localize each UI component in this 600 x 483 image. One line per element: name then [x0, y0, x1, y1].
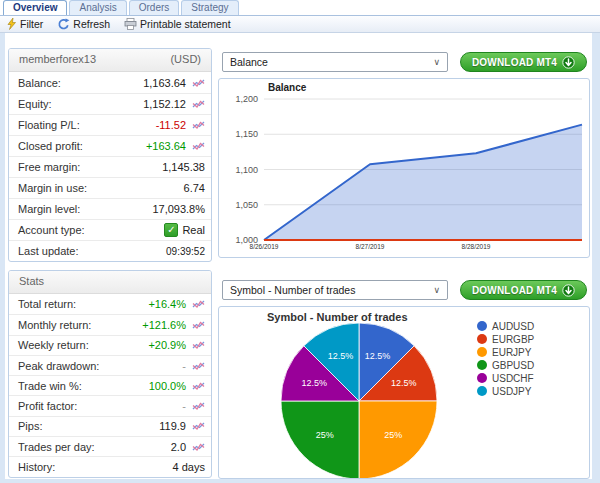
open-chart-button[interactable]: [190, 421, 205, 431]
download-arrow-icon: [562, 56, 575, 69]
open-chart-button[interactable]: [190, 361, 205, 371]
stats-row: Trade win %:100.0%: [9, 375, 211, 395]
account-row: Last update:09:39:52: [9, 240, 211, 261]
svg-text:1,050: 1,050: [235, 200, 258, 210]
symbol-pie-chart: 12.5%12.5%25%25%12.5%12.5%: [219, 307, 469, 479]
chart-type-select[interactable]: Balance ∨: [222, 52, 448, 72]
open-chart-button[interactable]: [190, 442, 205, 452]
mini-chart-icon[interactable]: [192, 442, 205, 452]
mini-chart-icon[interactable]: [192, 141, 205, 151]
row-label: Profit factor:: [18, 400, 182, 412]
row-value: Real: [182, 224, 205, 236]
svg-text:12.5%: 12.5%: [328, 351, 354, 361]
mini-chart-icon[interactable]: [192, 401, 205, 411]
open-chart-button[interactable]: [190, 340, 205, 350]
mini-chart-icon[interactable]: [192, 320, 205, 330]
row-label: Monthly return:: [18, 319, 142, 331]
legend-color-dot-icon: [477, 347, 487, 357]
row-value: 6.74: [184, 182, 205, 194]
open-chart-button[interactable]: [190, 141, 205, 151]
toolbar: Filter Refresh Printable statement: [0, 15, 600, 33]
mini-chart-icon[interactable]: [192, 340, 205, 350]
account-summary-panel: memberforex13 (USD) Balance:1,163.64Equi…: [8, 48, 212, 262]
legend-color-dot-icon: [477, 373, 487, 383]
filter-button[interactable]: Filter: [6, 18, 43, 30]
open-chart-button[interactable]: [190, 381, 205, 391]
tab-bar: Overview Analysis Orders Strategy: [0, 0, 600, 15]
tab-analysis[interactable]: Analysis: [69, 0, 126, 15]
svg-text:1,200: 1,200: [235, 94, 258, 104]
row-label: Floating P/L:: [18, 119, 156, 131]
row-label: Pips:: [18, 420, 159, 432]
legend-label: EURJPY: [492, 347, 531, 358]
stats-panel-header: Stats: [9, 271, 211, 294]
open-chart-button[interactable]: [190, 78, 205, 88]
mini-chart-icon[interactable]: [192, 99, 205, 109]
download-mt4-button-top[interactable]: DOWNLOAD MT4: [460, 52, 587, 72]
symbol-pie-panel: Symbol - Number of trades 12.5%12.5%25%2…: [218, 306, 590, 479]
chevron-down-icon: ∨: [433, 285, 440, 295]
legend-label: AUDUSD: [492, 321, 534, 332]
svg-text:25%: 25%: [384, 430, 402, 440]
row-label: Total return:: [18, 298, 148, 310]
row-value: +16.4%: [148, 298, 186, 310]
download-mt4-label: DOWNLOAD MT4: [472, 57, 557, 68]
row-label: History:: [18, 461, 173, 473]
row-label: Peak drawdown:: [18, 360, 182, 372]
account-row: Free margin:1,145.38: [9, 156, 211, 177]
row-label: Trade win %:: [18, 380, 149, 392]
download-arrow-icon: [562, 284, 575, 297]
lightning-filter-icon: [6, 18, 17, 30]
refresh-button[interactable]: Refresh: [57, 18, 110, 31]
stats-panel: Stats Total return:+16.4%Monthly return:…: [8, 270, 212, 478]
printer-icon: [124, 18, 137, 30]
tab-overview[interactable]: Overview: [3, 0, 67, 15]
mini-chart-icon[interactable]: [192, 120, 205, 130]
row-label: Free margin:: [18, 161, 162, 173]
open-chart-button[interactable]: [190, 99, 205, 109]
row-value: +20.9%: [148, 339, 186, 351]
legend-color-dot-icon: [477, 386, 487, 396]
row-label: Trades per day:: [18, 441, 171, 453]
chart-type-select-value: Balance: [230, 56, 268, 68]
tab-orders[interactable]: Orders: [129, 0, 180, 15]
refresh-icon: [57, 18, 70, 31]
stats-row: Pips:119.9: [9, 416, 211, 436]
mini-chart-icon[interactable]: [192, 421, 205, 431]
legend-label: USDCHF: [492, 373, 534, 384]
legend-label: EURGBP: [492, 334, 534, 345]
svg-text:8/26/2019: 8/26/2019: [250, 243, 279, 250]
row-value: 1,145.38: [162, 161, 205, 173]
svg-text:1,150: 1,150: [235, 129, 258, 139]
svg-text:12.5%: 12.5%: [391, 378, 417, 388]
breakdown-select[interactable]: Symbol - Number of trades ∨: [222, 280, 448, 300]
row-value: 1,152.12: [143, 98, 186, 110]
printable-statement-button[interactable]: Printable statement: [124, 18, 230, 30]
account-rows: Balance:1,163.64Equity:1,152.12Floating …: [9, 72, 211, 261]
legend-color-dot-icon: [477, 334, 487, 344]
mini-chart-icon[interactable]: [192, 361, 205, 371]
row-label: Margin in use:: [18, 182, 184, 194]
legend-item: EURJPY: [477, 347, 534, 357]
legend-item: EURGBP: [477, 334, 534, 344]
mini-chart-icon[interactable]: [192, 299, 205, 309]
legend-label: USDJPY: [492, 386, 531, 397]
row-label: Margin level:: [18, 203, 152, 215]
mini-chart-icon[interactable]: [192, 78, 205, 88]
stats-row: History:4 days: [9, 456, 211, 476]
svg-text:1,100: 1,100: [235, 165, 258, 175]
open-chart-button[interactable]: [190, 320, 205, 330]
row-label: Last update:: [18, 245, 166, 257]
tab-strategy[interactable]: Strategy: [181, 0, 238, 15]
open-chart-button[interactable]: [190, 299, 205, 309]
open-chart-button[interactable]: [190, 120, 205, 130]
row-value: 09:39:52: [166, 246, 205, 257]
account-row: Margin in use:6.74: [9, 177, 211, 198]
open-chart-button[interactable]: [190, 401, 205, 411]
mini-chart-icon[interactable]: [192, 381, 205, 391]
account-currency: (USD): [170, 49, 201, 71]
account-row: Balance:1,163.64: [9, 72, 211, 93]
download-mt4-button-bottom[interactable]: DOWNLOAD MT4: [460, 280, 587, 300]
row-value: 2.0: [171, 441, 186, 453]
row-label: Weekly return:: [18, 339, 148, 351]
